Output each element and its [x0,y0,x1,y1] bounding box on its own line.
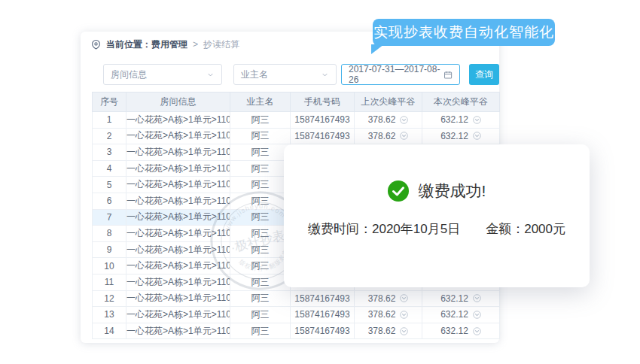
reading-value: 378.62 [368,293,396,304]
cell-phone: 15874167493 [291,128,355,144]
cell-phone: 15874167493 [291,307,355,323]
expand-icon[interactable] [400,311,408,319]
cell-room: 一心花苑>A栋>1单元>1105 [126,128,230,144]
column-header: 上次尖峰平谷 [355,93,422,112]
cell-owner: 阿三 [230,323,291,339]
cell-room: 一心花苑>A栋>1单元>1105 [126,241,230,258]
cell-current-reading: 632.12 [422,128,500,144]
reading-value: 378.62 [368,114,396,125]
calendar-icon [443,70,453,80]
payment-amount: 金额：2000元 [486,220,565,238]
cell-owner: 阿三 [230,193,291,209]
cell-room: 一心花苑>A栋>1单元>1105 [126,226,230,242]
table-row[interactable]: 2一心花苑>A栋>1单元>1105阿三15874167493378.62632.… [93,128,500,144]
modal-info-row: 缴费时间：2020年10月5日 金额：2000元 [284,220,590,238]
cell-seq: 7 [93,209,126,226]
cell-seq: 4 [93,160,126,177]
cell-owner: 阿三 [230,128,291,144]
expand-icon[interactable] [473,116,481,124]
column-header: 手机号码 [291,93,355,112]
payment-success-modal: 缴费成功! 缴费时间：2020年10月5日 金额：2000元 [284,144,590,287]
cell-owner: 阿三 [230,274,291,290]
cell-phone: 15874167493 [291,112,355,129]
cell-last-reading: 378.62 [355,323,422,339]
payment-time-value: 2020年10月5日 [372,222,460,236]
cell-room: 一心花苑>A栋>1单元>1105 [126,323,230,339]
cell-phone: 15874167493 [291,290,355,307]
promo-banner-text: 实现抄表收费自动化智能化 [373,23,554,42]
cell-room: 一心花苑>A栋>1单元>1105 [126,274,230,290]
column-header: 序号 [93,93,126,112]
cell-room: 一心花苑>A栋>1单元>1105 [126,112,230,129]
owner-name-select-value: 业主名 [241,68,268,81]
expand-icon[interactable] [400,116,408,124]
cell-seq: 3 [93,144,126,161]
payment-time-label: 缴费时间： [308,222,372,236]
table-row[interactable]: 13一心花苑>A栋>1单元>1105阿三15874167493378.62632… [93,307,500,323]
cell-room: 一心花苑>A栋>1单元>1105 [126,258,230,275]
cell-owner: 阿三 [230,209,291,226]
cell-last-reading: 378.62 [355,112,422,129]
date-range-input[interactable]: 2017-07-31—2017-08-26 [341,64,460,85]
table-header-row: 序号房间信息业主名手机号码上次尖峰平谷本次尖峰平谷 [93,93,500,112]
cell-owner: 阿三 [230,241,291,258]
breadcrumb-current: 抄读结算 [203,38,239,51]
page: 实现抄表收费自动化智能化 当前位置：费用管理 > 抄读结算 房间信息 业主名 2… [0,0,640,364]
reading-value: 632.12 [440,114,468,125]
breadcrumb-prefix: 当前位置：费用管理 [106,38,187,51]
payment-amount-label: 金额： [486,222,524,236]
reading-value: 378.62 [368,326,396,336]
expand-icon[interactable] [473,294,481,302]
filter-bar: 房间信息 业主名 2017-07-31—2017-08-26 查询 [103,64,499,85]
cell-phone: 15874167493 [291,323,355,339]
cell-room: 一心花苑>A栋>1单元>1105 [126,193,230,209]
cell-seq: 11 [93,274,126,290]
expand-icon[interactable] [473,132,481,140]
expand-icon[interactable] [400,294,408,302]
expand-icon[interactable] [400,132,408,140]
table-row[interactable]: 12一心花苑>A栋>1单元>1105阿三15874167493378.62632… [93,290,500,307]
reading-value: 378.62 [368,131,396,141]
column-header: 业主名 [230,93,291,112]
cell-current-reading: 632.12 [422,112,500,129]
cell-last-reading: 378.62 [355,128,422,144]
owner-name-select[interactable]: 业主名 [233,64,337,85]
cell-seq: 12 [93,290,126,307]
cell-owner: 阿三 [230,177,291,193]
modal-title: 缴费成功! [419,180,486,202]
reading-value: 632.12 [440,309,468,320]
cell-seq: 14 [93,323,126,339]
cell-last-reading: 378.62 [355,290,422,307]
promo-banner: 实现抄表收费自动化智能化 [373,19,555,46]
room-info-select-value: 房间信息 [111,68,147,81]
chevron-down-icon [206,71,215,79]
cell-owner: 阿三 [230,258,291,275]
cell-room: 一心花苑>A栋>1单元>1105 [126,307,230,323]
room-info-select[interactable]: 房间信息 [103,64,222,85]
cell-seq: 8 [93,226,126,242]
cell-seq: 13 [93,307,126,323]
table-row[interactable]: 14一心花苑>A栋>1单元>1105阿三15874167493378.62632… [93,323,500,339]
expand-icon[interactable] [400,327,408,335]
search-button[interactable]: 查询 [469,64,499,85]
reading-value: 632.12 [440,293,468,304]
table-row[interactable]: 1一心花苑>A栋>1单元>1105阿三15874167493378.62632.… [93,112,500,129]
chevron-down-icon [321,71,329,79]
cell-room: 一心花苑>A栋>1单元>1105 [126,144,230,161]
column-header: 房间信息 [126,93,230,112]
cell-owner: 阿三 [230,144,291,161]
cell-seq: 1 [93,112,126,129]
cell-owner: 阿三 [230,160,291,177]
breadcrumb-separator: > [193,39,198,50]
column-header: 本次尖峰平谷 [422,93,500,112]
cell-room: 一心花苑>A栋>1单元>1105 [126,160,230,177]
reading-value: 632.12 [440,131,468,141]
cell-current-reading: 632.12 [422,307,500,323]
cell-room: 一心花苑>A栋>1单元>1105 [126,177,230,193]
modal-title-row: 缴费成功! [284,180,590,202]
reading-value: 378.62 [368,309,396,320]
reading-value: 632.12 [440,326,468,336]
expand-icon[interactable] [473,327,481,335]
expand-icon[interactable] [473,311,481,319]
cell-seq: 9 [93,241,126,258]
